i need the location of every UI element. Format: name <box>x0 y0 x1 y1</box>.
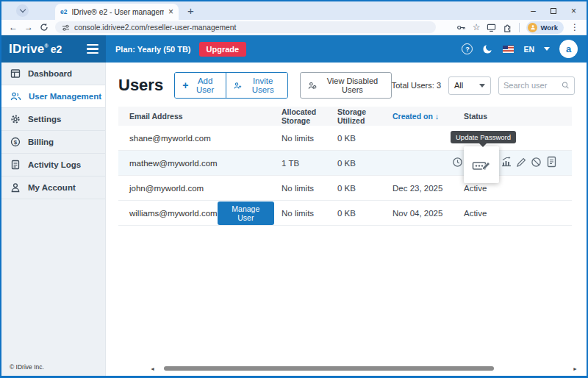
header-tools: Total Users: 3 All <box>392 76 575 95</box>
scrollbar-thumb[interactable] <box>164 366 494 371</box>
user-email: shane@myworld.com <box>118 134 282 143</box>
dashboard-icon <box>10 68 21 79</box>
filter-value: All <box>454 81 463 90</box>
view-disabled-users-button[interactable]: View Disabled Users <box>300 72 391 99</box>
svg-text:$: $ <box>14 139 18 146</box>
url-text: console.idrivee2.com/reseller-user-manag… <box>74 24 236 32</box>
horizontal-scrollbar[interactable]: ◄ ► <box>150 365 578 371</box>
edit-icon[interactable] <box>516 157 527 168</box>
table-header: Email Address Allocated Storage Storage … <box>118 107 572 126</box>
sidebar: Dashboard User Management Settings $ Bil… <box>1 63 106 376</box>
person-icon <box>10 182 21 193</box>
user-actions-group: + Add User Invite Users <box>174 72 288 99</box>
invite-users-button[interactable]: Invite Users <box>226 73 288 98</box>
user-email: mathew@myworld.com <box>118 159 282 168</box>
scroll-left-icon[interactable]: ◄ <box>150 366 155 371</box>
tab-strip: e2 IDrive® e2 - User management × + – × <box>1 1 587 20</box>
col-created-sort[interactable]: Created on↓ <box>392 112 464 121</box>
allocated-storage: No limits <box>282 134 337 143</box>
scroll-right-icon[interactable]: ► <box>573 366 578 371</box>
bookmark-star-icon[interactable]: ☆ <box>473 23 481 32</box>
update-password-hover-card[interactable] <box>464 146 499 183</box>
reload-button[interactable] <box>40 23 49 32</box>
sidebar-item-user-management[interactable]: User Management <box>1 85 105 108</box>
account-avatar[interactable]: a <box>559 40 578 58</box>
activity-logs-icon <box>10 160 21 170</box>
sidebar-item-billing[interactable]: $ Billing <box>1 131 105 154</box>
main-content: Users + Add User Invite Users View Disab… <box>106 63 587 376</box>
sidebar-item-activity-logs[interactable]: Activity Logs <box>1 154 105 176</box>
storage-utilized: 0 KB <box>337 209 392 218</box>
tab-search-button[interactable] <box>16 4 29 17</box>
minimize-button[interactable]: – <box>531 7 536 15</box>
col-status: Status <box>464 112 572 121</box>
forward-button[interactable]: → <box>24 23 33 32</box>
storage-utilized: 0 KB <box>337 159 392 168</box>
idrive-logo: IDrive® e2 <box>1 35 106 63</box>
product-text: e2 <box>51 43 62 55</box>
status-badge: Active <box>464 184 572 193</box>
site-info-icon[interactable] <box>62 24 70 32</box>
allocated-storage: No limits <box>282 209 337 218</box>
search-box <box>498 76 575 95</box>
back-button[interactable]: ← <box>9 23 18 32</box>
sidebar-item-settings[interactable]: Settings <box>1 108 105 131</box>
tooltip: Update Password <box>451 131 516 143</box>
users-icon <box>10 91 21 101</box>
browser-tab[interactable]: e2 IDrive® e2 - User management × <box>55 4 179 20</box>
new-tab-button[interactable]: + <box>187 5 194 16</box>
search-input[interactable] <box>503 81 562 90</box>
sidebar-item-my-account[interactable]: My Account <box>1 176 105 199</box>
brand-text: IDrive® <box>9 42 49 57</box>
chevron-down-icon <box>19 7 25 13</box>
sidebar-item-dashboard[interactable]: Dashboard <box>1 63 105 85</box>
clock-icon[interactable] <box>452 157 463 168</box>
table-row[interactable]: john@myworld.com No limits 0 KB Dec 23, … <box>118 176 572 201</box>
disable-icon[interactable] <box>531 157 542 168</box>
browser-menu-icon[interactable]: ⋮ <box>570 23 579 32</box>
maximize-button[interactable] <box>551 8 556 14</box>
gear-icon <box>10 114 21 124</box>
address-bar[interactable]: console.idrivee2.com/reseller-user-manag… <box>55 21 436 33</box>
tab-title: IDrive® e2 - User management <box>71 8 164 16</box>
page-title: Users <box>118 76 163 95</box>
sidebar-label: Billing <box>28 138 54 146</box>
help-icon[interactable]: ? <box>462 43 473 54</box>
hamburger-menu-icon[interactable] <box>87 44 98 54</box>
invite-user-icon <box>234 81 242 90</box>
search-icon[interactable] <box>562 81 570 90</box>
extensions-puzzle-icon[interactable] <box>503 23 512 32</box>
total-users-label: Total Users: 3 <box>392 81 441 90</box>
update-password-icon <box>472 157 491 173</box>
table-row[interactable]: williams@myworld.com Manage User No limi… <box>118 201 572 226</box>
plan-label: Plan: Yearly (50 TB) <box>115 45 191 54</box>
us-flag-icon <box>503 46 514 53</box>
billing-icon: $ <box>10 137 21 147</box>
favicon-icon: e2 <box>60 8 67 15</box>
content-header: Users + Add User Invite Users View Disab… <box>118 72 575 99</box>
language-caret-icon[interactable] <box>544 47 550 51</box>
tab-close-icon[interactable]: × <box>168 7 173 16</box>
created-on: Dec 23, 2025 <box>392 184 464 193</box>
user-email: john@myworld.com <box>118 184 282 193</box>
monitor-icon[interactable] <box>487 23 496 32</box>
manage-user-button[interactable]: Manage User <box>218 202 274 225</box>
sidebar-label: My Account <box>28 183 76 192</box>
sidebar-label: User Management <box>29 92 101 101</box>
profile-avatar-icon <box>528 23 537 32</box>
add-user-button[interactable]: + Add User <box>175 73 226 98</box>
user-filter-dropdown[interactable]: All <box>448 76 491 95</box>
logs-icon[interactable] <box>546 156 557 168</box>
browser-window: e2 IDrive® e2 - User management × + – × … <box>0 0 588 378</box>
status-badge: Active <box>464 209 572 218</box>
profile-button[interactable]: Work <box>526 21 564 34</box>
dropdown-caret-icon <box>479 84 485 88</box>
close-window-button[interactable]: × <box>571 7 576 15</box>
profile-label: Work <box>540 24 558 32</box>
header-right: ? EN a <box>462 40 587 58</box>
browser-toolbar: ← → console.idrivee2.com/reseller-user-m… <box>1 20 587 35</box>
upgrade-button[interactable]: Upgrade <box>199 42 247 57</box>
dark-mode-moon-icon[interactable] <box>482 43 493 54</box>
password-key-icon[interactable] <box>456 23 466 32</box>
usage-chart-icon[interactable] <box>501 156 512 168</box>
